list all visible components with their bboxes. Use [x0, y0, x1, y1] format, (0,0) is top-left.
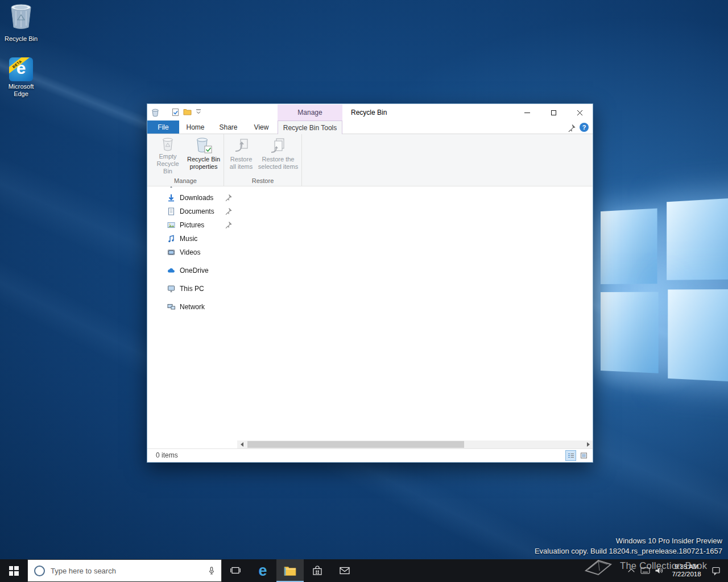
qat-new-folder-icon[interactable] [183, 108, 192, 117]
help-icon[interactable]: ? [580, 123, 589, 132]
taskbar-edge-button[interactable]: e [249, 559, 276, 582]
button-label: Recycle Bin [153, 160, 183, 175]
tab-recycle-bin-tools[interactable]: Recycle Bin Tools [278, 120, 342, 134]
tab-home[interactable]: Home [179, 120, 212, 134]
wallpaper-window-logo [601, 197, 728, 397]
store-icon [311, 564, 324, 577]
scrollbar-thumb[interactable] [247, 441, 464, 448]
logo-pane [668, 289, 728, 383]
taskbar-file-explorer-button[interactable] [276, 559, 304, 582]
tray-chevron-up-icon[interactable] [624, 559, 638, 582]
title-bar[interactable]: Manage Recycle Bin [147, 104, 593, 121]
view-buttons [565, 450, 589, 461]
task-view-button[interactable] [222, 559, 249, 582]
pictures-icon [167, 221, 176, 230]
item-count: 0 items [156, 451, 178, 459]
desktop-item-icon [167, 186, 176, 189]
logo-pane [601, 209, 657, 284]
qat-customize-chevron-icon[interactable] [195, 108, 204, 117]
sidebar-item-pictures[interactable]: Pictures [147, 218, 237, 232]
horizontal-scrollbar[interactable] [237, 440, 593, 448]
group-label-restore: Restore [224, 177, 301, 184]
file-explorer-icon [283, 564, 297, 577]
button-label: properties [190, 163, 218, 171]
videos-icon [167, 248, 176, 257]
scroll-right-arrow[interactable] [584, 440, 593, 448]
button-label: all items [230, 163, 253, 171]
action-center-icon[interactable] [708, 559, 725, 582]
microphone-icon[interactable] [207, 566, 216, 575]
edge-icon: e [258, 563, 267, 579]
sidebar-item-label: This PC [180, 285, 204, 293]
watermark-line1: Windows 10 Pro Insider Preview [535, 536, 722, 546]
explorer-window: Manage Recycle Bin File Home Share View … [147, 103, 593, 463]
desktop-icon-label: Microsoft Edge [1, 83, 41, 98]
recycle-bin-properties-button[interactable]: Recycle Bin properties [186, 136, 221, 175]
tab-view[interactable]: View [245, 120, 278, 134]
sidebar-item-this-pc[interactable]: This PC [147, 282, 237, 296]
minimize-button[interactable] [514, 104, 540, 121]
ribbon: Empty Recycle Bin Recycle Bin properties [147, 134, 593, 186]
logo-pane [667, 197, 728, 280]
restore-selected-items-button[interactable]: Restore the selected items [257, 136, 299, 175]
desktop-icon-edge[interactable]: e BETA Microsoft Edge [1, 57, 41, 98]
recycle-bin-properties-icon [195, 136, 212, 155]
app-icon [151, 108, 160, 117]
pin-ribbon-icon[interactable] [568, 124, 576, 134]
taskbar-store-button[interactable] [304, 559, 331, 582]
sidebar-item-network[interactable]: Network [147, 300, 237, 314]
sidebar-item-music[interactable]: Music [147, 232, 237, 246]
close-button[interactable] [566, 104, 593, 121]
button-label: selected items [258, 163, 298, 171]
taskbar-search-box[interactable] [27, 559, 222, 582]
sidebar-item-label: Music [180, 235, 197, 243]
qat-properties-icon[interactable] [171, 108, 180, 117]
restore-all-items-icon [233, 136, 250, 155]
sidebar-item-downloads[interactable]: Downloads [147, 191, 237, 205]
task-view-icon [230, 565, 241, 576]
network-icon [167, 302, 176, 311]
empty-recycle-bin-button[interactable]: Empty Recycle Bin [153, 136, 183, 175]
desktop[interactable]: Recycle Bin e BETA Microsoft Edge [0, 0, 728, 559]
volume-icon[interactable] [652, 559, 665, 582]
restore-all-items-button[interactable]: Restore all items [226, 136, 256, 175]
sidebar-item-clipped[interactable] [147, 186, 237, 191]
watermark-line2: Evaluation copy. Build 18204.rs_prerelea… [535, 546, 722, 556]
sidebar-item-label: Network [180, 303, 205, 311]
ribbon-group-manage: Empty Recycle Bin Recycle Bin properties [147, 134, 224, 186]
pin-icon [225, 207, 232, 217]
large-icons-view-button[interactable] [578, 450, 589, 461]
button-label: Restore [230, 156, 253, 163]
details-view-button[interactable] [565, 450, 576, 461]
ribbon-group-restore: Restore all items Restore the selected i… [224, 134, 302, 186]
sidebar-item-videos[interactable]: Videos [147, 246, 237, 259]
search-input[interactable] [51, 567, 207, 575]
tab-share[interactable]: Share [212, 120, 245, 134]
music-icon [167, 234, 176, 243]
documents-icon [167, 207, 176, 216]
clock-time: 9:35 AM [665, 563, 708, 571]
mail-icon [338, 564, 351, 577]
group-label-manage: Manage [147, 177, 224, 184]
maximize-button[interactable] [540, 104, 566, 121]
navigation-pane: Downloads Documents [147, 186, 237, 448]
button-label: Recycle Bin [187, 156, 220, 163]
tab-file[interactable]: File [147, 120, 179, 134]
start-button[interactable] [0, 559, 27, 582]
downloads-icon [167, 193, 176, 202]
desktop-icon-recycle-bin[interactable]: Recycle Bin [1, 3, 41, 43]
taskbar-mail-button[interactable] [331, 559, 358, 582]
files-pane[interactable] [237, 186, 593, 440]
cortana-icon [34, 566, 45, 576]
taskbar: e [0, 559, 728, 582]
pin-icon [225, 221, 232, 230]
scroll-left-arrow[interactable] [237, 440, 246, 448]
ribbon-tabs: File Home Share View Recycle Bin Tools ? [147, 121, 593, 134]
sidebar-item-documents[interactable]: Documents [147, 205, 237, 218]
taskbar-clock[interactable]: 9:35 AM 7/22/2018 [665, 563, 708, 578]
window-title: Recycle Bin [351, 104, 387, 121]
touch-keyboard-icon[interactable] [638, 559, 652, 582]
sidebar-item-onedrive[interactable]: OneDrive [147, 264, 237, 277]
desktop-icon-label: Recycle Bin [1, 35, 41, 43]
empty-recycle-bin-icon [159, 136, 176, 152]
